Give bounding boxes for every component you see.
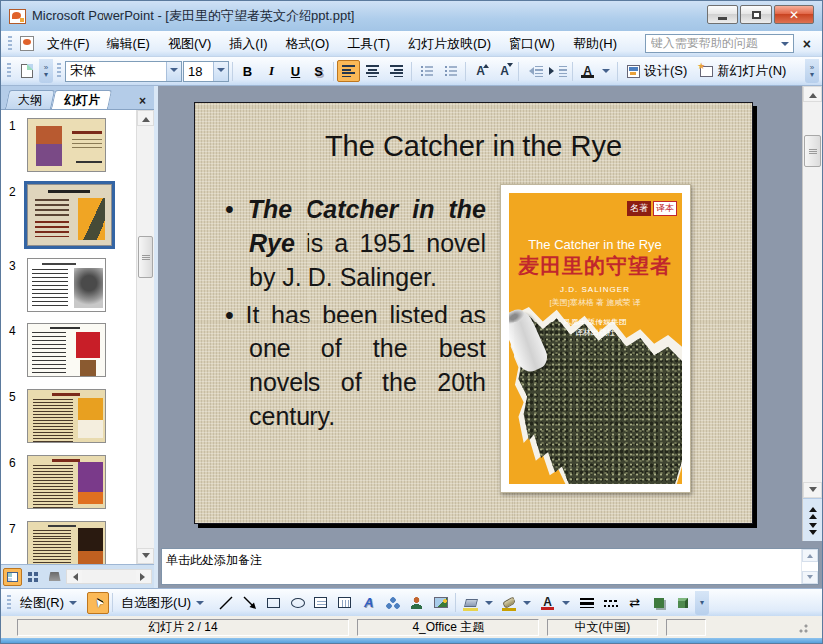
font-size-select[interactable]: 18 (183, 61, 229, 82)
notes-box[interactable]: 单击此处添加备注 (161, 548, 819, 585)
font-name-select[interactable]: 宋体 (65, 61, 182, 82)
scroll-left-button[interactable] (67, 570, 82, 583)
close-button[interactable]: ✕ (774, 5, 814, 24)
thumbnail-preview[interactable] (27, 521, 106, 564)
toolbar-grip[interactable] (7, 63, 11, 79)
toolbar-grip[interactable] (57, 63, 61, 79)
scroll-track[interactable] (137, 126, 154, 548)
scroll-track[interactable] (803, 102, 822, 482)
slide-body-text[interactable]: The Catcher in the Rye is a 1951 novel b… (225, 192, 486, 437)
minimize-button[interactable] (707, 5, 738, 24)
fill-color-dropdown[interactable] (485, 601, 493, 609)
close-pane-button[interactable]: × (139, 94, 152, 109)
font-color-button[interactable]: A (536, 592, 559, 614)
dash-style-button[interactable] (599, 592, 622, 614)
menu-slideshow[interactable]: 幻灯片放映(D) (400, 32, 499, 56)
clip-art-button[interactable] (405, 592, 428, 614)
toolbar-options-button[interactable]: »▾ (39, 59, 53, 83)
numbering-button[interactable] (415, 60, 438, 82)
normal-view-button[interactable] (3, 568, 22, 586)
align-right-button[interactable] (385, 60, 408, 82)
new-presentation-button[interactable] (15, 60, 38, 82)
slide-thumbnail-2-selected[interactable]: 2 (5, 184, 136, 246)
underline-button[interactable]: U (284, 60, 307, 82)
slide-canvas[interactable]: The Catcher in the Rye The Catcher in th… (194, 102, 753, 524)
slide-thumbnail-7[interactable]: 7 (5, 521, 136, 564)
language-indicator[interactable]: 中文(中国) (547, 619, 658, 636)
italic-button[interactable]: I (260, 60, 283, 82)
thumbnail-preview[interactable] (27, 258, 106, 312)
toolbar-grip[interactable] (7, 595, 11, 611)
scroll-up-button[interactable] (137, 110, 154, 126)
font-color-dropdown[interactable] (562, 601, 570, 609)
tab-outline[interactable]: 大纲 (5, 90, 55, 109)
align-left-button[interactable] (337, 60, 360, 82)
menu-tools[interactable]: 工具(T) (339, 32, 398, 56)
line-color-dropdown[interactable] (523, 601, 531, 609)
menu-help[interactable]: 帮助(H) (565, 32, 625, 56)
scroll-down-button[interactable] (802, 571, 818, 584)
notes-scrollbar[interactable] (801, 549, 818, 584)
help-search-input[interactable]: 键入需要帮助的问题 (645, 34, 794, 53)
book-cover-image[interactable]: 名著 译本 The Catcher in the Rye 麦田里的守望者 J.D… (500, 184, 691, 493)
thumbnail-preview[interactable] (27, 389, 106, 443)
font-name-dropdown[interactable] (166, 62, 181, 81)
arrow-tool-button[interactable] (238, 592, 261, 614)
next-slide-button[interactable] (809, 523, 817, 537)
scroll-down-button[interactable] (803, 482, 822, 498)
diagram-button[interactable] (381, 592, 404, 614)
scroll-thumb[interactable] (138, 236, 153, 278)
thumbnail-preview[interactable] (27, 455, 106, 509)
bold-button[interactable]: B (236, 60, 259, 82)
menu-format[interactable]: 格式(O) (278, 32, 338, 56)
slide-thumbnail-3[interactable]: 3 (5, 258, 136, 312)
slide-thumbnail-5[interactable]: 5 (5, 389, 136, 443)
scroll-right-button[interactable] (136, 570, 151, 583)
slide-thumbnail-4[interactable]: 4 (5, 323, 136, 377)
font-color-dropdown[interactable] (602, 69, 610, 77)
toolbar-options-button[interactable]: »▾ (805, 59, 819, 83)
shadow-style-button[interactable] (647, 592, 670, 614)
insert-picture-button[interactable] (429, 592, 452, 614)
thumbnail-preview[interactable] (27, 118, 106, 172)
new-slide-button[interactable]: 新幻灯片(N) (694, 60, 792, 82)
slide-title[interactable]: The Catcher in the Rye (195, 130, 752, 163)
close-document-button[interactable]: × (796, 36, 818, 52)
scroll-down-button[interactable] (137, 548, 154, 564)
wordart-button[interactable]: A (357, 592, 380, 614)
slide-thumbnail-1[interactable]: 1 (5, 118, 136, 172)
font-size-dropdown[interactable] (213, 62, 228, 81)
line-color-button[interactable] (498, 592, 520, 614)
thumbnail-scrollbar[interactable] (136, 110, 154, 564)
slide-thumbnail-6[interactable]: 6 (5, 455, 136, 509)
threed-style-button[interactable] (671, 592, 694, 614)
thumbnail-preview[interactable] (27, 323, 106, 377)
previous-slide-button[interactable] (809, 505, 817, 519)
notes-placeholder[interactable]: 单击此处添加备注 (162, 549, 801, 584)
horizontal-scrollbar[interactable] (66, 569, 152, 584)
increase-font-button[interactable]: A (469, 60, 492, 82)
font-color-button[interactable]: A (576, 60, 599, 82)
scroll-thumb[interactable] (804, 135, 821, 167)
text-box-button[interactable] (309, 592, 332, 614)
bullets-button[interactable] (439, 60, 462, 82)
slide-design-button[interactable]: 设计(S) (621, 60, 693, 82)
toolbar-options-button[interactable]: ▾ (695, 591, 709, 615)
increase-indent-button[interactable] (546, 60, 569, 82)
line-style-button[interactable] (575, 592, 598, 614)
thumbnail-preview[interactable] (27, 184, 112, 246)
slideshow-view-button[interactable] (45, 568, 64, 586)
menu-view[interactable]: 视图(V) (160, 32, 219, 56)
slide-sorter-view-button[interactable] (24, 568, 43, 586)
oval-tool-button[interactable] (286, 592, 309, 614)
arrow-style-button[interactable]: ⇄ (623, 592, 646, 614)
line-tool-button[interactable] (214, 592, 237, 614)
text-shadow-button[interactable]: S (308, 60, 330, 82)
resize-grip[interactable] (796, 621, 808, 633)
fill-color-button[interactable] (459, 592, 482, 614)
scroll-up-button[interactable] (802, 549, 818, 562)
select-objects-button[interactable]: ➤ (87, 592, 109, 614)
rectangle-tool-button[interactable] (262, 592, 285, 614)
menu-file[interactable]: 文件(F) (39, 32, 98, 56)
restore-button[interactable] (740, 5, 772, 24)
